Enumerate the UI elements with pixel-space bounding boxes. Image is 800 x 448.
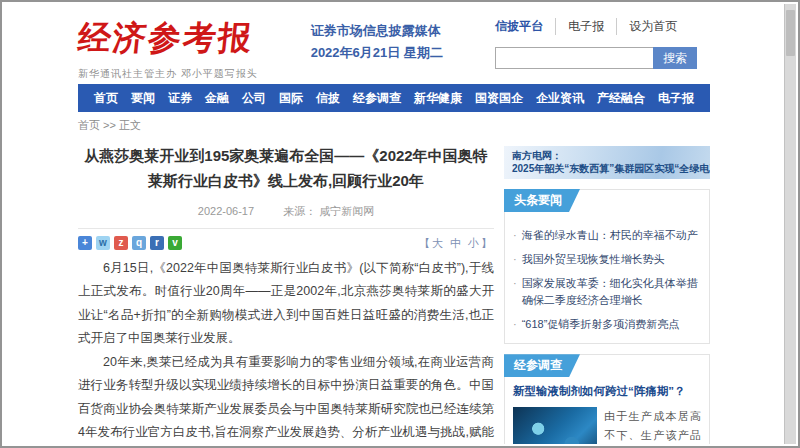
nav-item-news[interactable]: 要闻 <box>131 90 155 107</box>
header-slogan: 证券市场信息披露媒体 <box>311 20 496 42</box>
survey-tab[interactable]: 经参调查 <box>504 354 580 377</box>
top-link-disclosure-platform[interactable]: 信披平台 <box>495 18 555 35</box>
share-icons: + w z q r v <box>78 236 182 250</box>
site-logo[interactable]: 经济参考报 新华通讯社主管主办 邓小平题写报头 <box>78 16 283 81</box>
top-link-set-homepage[interactable]: 设为首页 <box>616 18 689 35</box>
headline-item[interactable]: · 海雀的绿水青山：村民的幸福不动产 <box>513 227 701 244</box>
bullet-icon: · <box>513 316 517 333</box>
header-date: 2022年6月21日 星期二 <box>311 42 496 64</box>
search-button[interactable]: 搜索 <box>653 47 697 69</box>
breadcrumb-separator: >> <box>103 119 116 131</box>
survey-photo[interactable] <box>513 407 597 444</box>
survey-body: 新型输液制剂如何跨过“阵痛期”？ 由于生产成本居高不下、生产该产品的高端装备又受… <box>505 377 709 444</box>
page: 经济参考报 新华通讯社主管主办 邓小平题写报头 证券市场信息披露媒体 2022年… <box>4 4 784 444</box>
header-slogan-block: 证券市场信息披露媒体 2022年6月21日 星期二 <box>311 16 496 64</box>
survey-article-title[interactable]: 新型输液制剂如何跨过“阵痛期”？ <box>513 384 701 399</box>
nav-item-enterprise-info[interactable]: 企业资讯 <box>536 90 584 107</box>
nav-item-soe[interactable]: 国资国企 <box>475 90 523 107</box>
article-column: 从燕莎奥莱开业到195家奥莱遍布全国——《2022年中国奥特莱斯行业白皮书》线上… <box>78 138 494 444</box>
ad-line2: 2025年韶关“东数西算”集群园区实现“全绿电” <box>512 162 702 175</box>
headline-item[interactable]: · 国家发展改革委：细化实化具体举措 确保二季度经济合理增长 <box>513 275 701 309</box>
share-plus-icon[interactable]: + <box>78 236 92 250</box>
survey-box: 经参调查 新型输液制剂如何跨过“阵痛期”？ 由于生产成本居高不下、生产该产品的高… <box>504 354 710 444</box>
article-toolbar: + w z q r v 【大 中 小】 <box>78 236 494 251</box>
breadcrumb-current: 正文 <box>119 119 141 131</box>
article-date: 2022-06-17 <box>198 205 254 217</box>
article-title: 从燕莎奥莱开业到195家奥莱遍布全国——《2022年中国奥特莱斯行业白皮书》线上… <box>78 144 494 194</box>
weibo-icon[interactable]: w <box>96 236 110 250</box>
top-links: 信披平台 电子报 设为首页 <box>495 18 710 35</box>
logo-calligraphy-text[interactable]: 经济参考报 <box>76 16 285 61</box>
headline-item[interactable]: · 我国外贸呈现恢复性增长势头 <box>513 251 701 268</box>
scrollbar-thumb[interactable] <box>786 10 795 56</box>
wechat-icon[interactable]: v <box>168 236 182 250</box>
article-paragraph: 6月15日,《2022年中国奥特莱斯行业白皮书》(以下简称“白皮书”),于线上正… <box>78 257 494 351</box>
sidebar: 南方电网： 2025年韶关“东数西算”集群园区实现“全绿电” 头条要闻 · 海雀… <box>504 138 710 444</box>
main-nav: 首页 要闻 证券 金融 公司 国际 信披 经参调查 新华健康 国资国企 企业资讯… <box>78 84 710 112</box>
nav-item-epaper[interactable]: 电子报 <box>658 90 694 107</box>
article-source: 咸宁新闻网 <box>319 205 374 217</box>
qzone-icon[interactable]: z <box>114 236 128 250</box>
nav-item-securities[interactable]: 证券 <box>168 90 192 107</box>
bullet-icon: · <box>513 227 517 244</box>
nav-item-industry[interactable]: 产经融合 <box>597 90 645 107</box>
search-bar: 搜索 <box>495 47 710 69</box>
site-header: 经济参考报 新华通讯社主管主办 邓小平题写报头 证券市场信息披露媒体 2022年… <box>78 4 710 84</box>
headlines-box: 头条要闻 · 海雀的绿水青山：村民的幸福不动产 · 我国外贸呈现恢复性增长势头 <box>504 189 710 344</box>
font-size-controls[interactable]: 【大 中 小】 <box>419 236 494 251</box>
headline-text[interactable]: “618”促销季折射多项消费新亮点 <box>522 316 680 333</box>
headlines-tab[interactable]: 头条要闻 <box>504 189 580 212</box>
headline-text[interactable]: 海雀的绿水青山：村民的幸福不动产 <box>522 227 698 244</box>
article-paragraph: 20年来,奥莱已经成为具有重要影响力的零售业细分领域,在商业运营商进行业务转型升… <box>78 351 494 445</box>
nav-item-home[interactable]: 首页 <box>94 90 118 107</box>
bullet-icon: · <box>513 251 517 268</box>
ad-line1: 南方电网： <box>512 149 702 162</box>
search-input[interactable] <box>495 47 653 69</box>
headline-text[interactable]: 国家发展改革委：细化实化具体举措 确保二季度经济合理增长 <box>522 275 701 309</box>
nav-item-international[interactable]: 国际 <box>279 90 303 107</box>
nav-item-survey[interactable]: 经参调查 <box>353 90 401 107</box>
header-right: 信披平台 电子报 设为首页 搜索 <box>495 16 710 69</box>
bullet-icon: · <box>513 275 517 309</box>
headlines-list: · 海雀的绿水青山：村民的幸福不动产 · 我国外贸呈现恢复性增长势头 · 国家发… <box>505 212 709 343</box>
article-source-label: 来源： <box>283 205 316 217</box>
renren-icon[interactable]: r <box>150 236 164 250</box>
nav-item-health[interactable]: 新华健康 <box>414 90 462 107</box>
vertical-scrollbar[interactable] <box>784 4 796 444</box>
browser-window: 经济参考报 新华通讯社主管主办 邓小平题写报头 证券市场信息披露媒体 2022年… <box>0 0 800 448</box>
headline-text[interactable]: 我国外贸呈现恢复性增长势头 <box>522 251 665 268</box>
breadcrumb-home[interactable]: 首页 <box>78 119 100 131</box>
nav-item-disclosure[interactable]: 信披 <box>316 90 340 107</box>
article-body: 6月15日,《2022年中国奥特莱斯行业白皮书》(以下简称“白皮书”),于线上正… <box>78 257 494 445</box>
nav-item-finance[interactable]: 金融 <box>205 90 229 107</box>
top-link-epaper[interactable]: 电子报 <box>555 18 616 35</box>
article-meta: 2022-06-17 来源： 咸宁新闻网 <box>78 204 494 229</box>
ad-banner[interactable]: 南方电网： 2025年韶关“东数西算”集群园区实现“全绿电” <box>504 146 710 179</box>
breadcrumb: 首页 >> 正文 <box>78 112 710 138</box>
headline-item[interactable]: · “618”促销季折射多项消费新亮点 <box>513 316 701 333</box>
logo-subtitle: 新华通讯社主管主办 邓小平题写报头 <box>78 67 283 81</box>
nav-item-company[interactable]: 公司 <box>242 90 266 107</box>
qq-icon[interactable]: q <box>132 236 146 250</box>
